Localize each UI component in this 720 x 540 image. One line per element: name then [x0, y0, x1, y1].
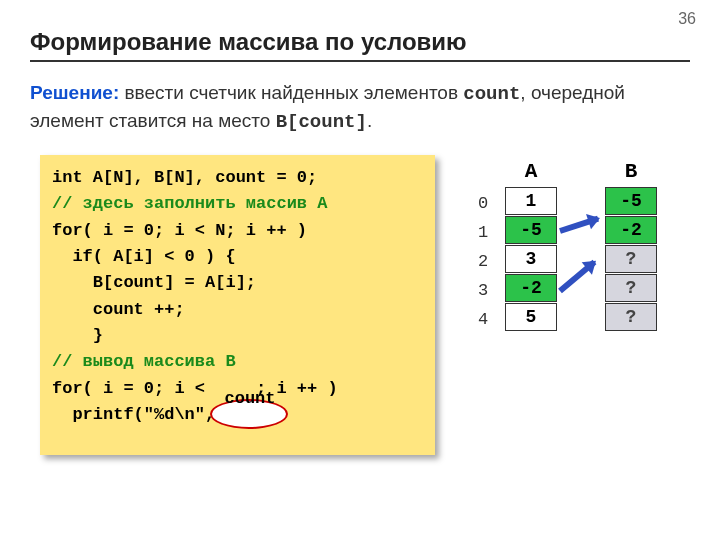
- array-cell: -2: [605, 216, 657, 244]
- array-cell: ?: [605, 303, 657, 331]
- index-label: 2: [478, 252, 488, 271]
- array-cell: 3: [505, 245, 557, 273]
- solution-label: Решение:: [30, 82, 119, 103]
- array-a-header: A: [505, 160, 557, 183]
- array-cell: 5: [505, 303, 557, 331]
- array-cell: ?: [605, 274, 657, 302]
- array-cell: -5: [605, 187, 657, 215]
- arrow-icon: [559, 216, 599, 234]
- arrow-icon: [558, 260, 596, 294]
- array-cell: 1: [505, 187, 557, 215]
- page-title: Формирование массива по условию: [30, 28, 467, 56]
- array-cell: ?: [605, 245, 657, 273]
- array-b-header: B: [605, 160, 657, 183]
- index-label: 3: [478, 281, 488, 300]
- page-number: 36: [678, 10, 696, 28]
- count-callout: count: [222, 390, 278, 408]
- code-line: if( A[i] < 0 ) {: [52, 244, 423, 270]
- array-cell: -5: [505, 216, 557, 244]
- solution-text: Решение: ввести счетчик найденных элемен…: [30, 80, 690, 135]
- index-label: 1: [478, 223, 488, 242]
- code-line: count ++;: [52, 297, 423, 323]
- code-comment: // вывод массива B: [52, 349, 423, 375]
- index-label: 4: [478, 310, 488, 329]
- code-line: for( i = 0; i < N; i ++ ): [52, 218, 423, 244]
- code-line: }: [52, 323, 423, 349]
- array-b-column: B -5 -2 ? ? ?: [605, 160, 657, 332]
- code-line: int A[N], B[N], count = 0;: [52, 165, 423, 191]
- array-cell: -2: [505, 274, 557, 302]
- title-underline: [30, 60, 690, 62]
- code-comment: // здесь заполнить массив A: [52, 191, 423, 217]
- code-line: B[count] = A[i];: [52, 270, 423, 296]
- array-a-column: A 1 -5 3 -2 5: [505, 160, 557, 332]
- index-label: 0: [478, 194, 488, 213]
